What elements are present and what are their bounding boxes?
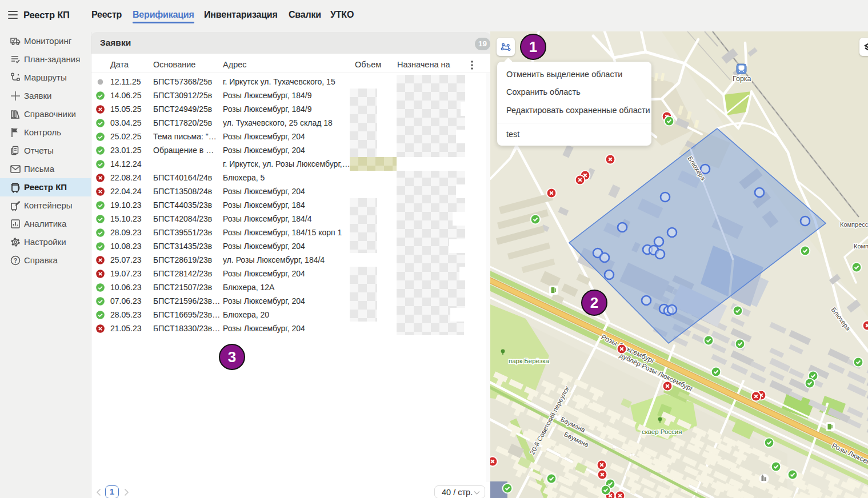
svg-text:Компрессо: Компрессо	[840, 221, 868, 228]
svg-text:?: ?	[14, 257, 17, 264]
svg-text:Горка: Горка	[733, 75, 751, 83]
svg-text:парк Берёзка: парк Берёзка	[509, 358, 550, 364]
svg-text:Комп: Комп	[854, 243, 868, 250]
svg-text:сквер Россия: сквер Россия	[642, 428, 682, 435]
